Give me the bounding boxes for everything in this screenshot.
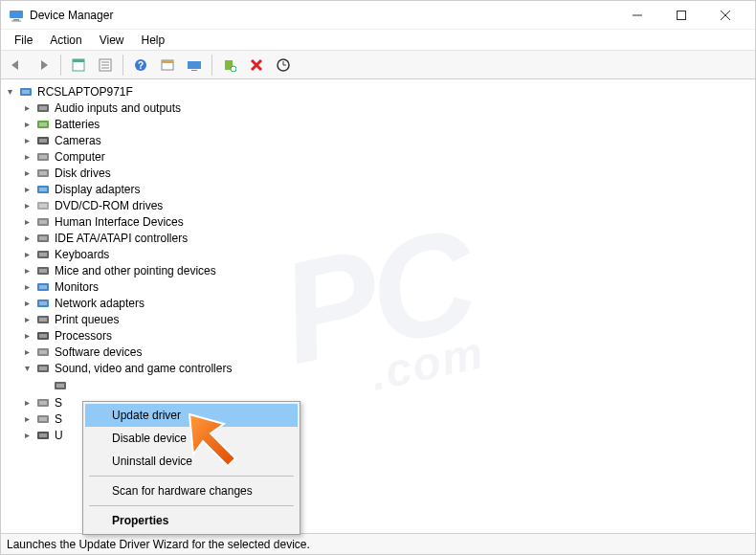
tree-node-label: DVD/CD-ROM drives — [55, 199, 163, 212]
tree-category-6[interactable]: ▸DVD/CD-ROM drives — [3, 197, 753, 213]
svg-rect-17 — [188, 61, 201, 69]
details-pane-icon[interactable] — [94, 54, 117, 77]
tree-node-label: Audio inputs and outputs — [55, 101, 181, 115]
minimize-button[interactable] — [615, 1, 659, 30]
menubar: FileActionViewHelp — [1, 30, 755, 51]
mouse-icon — [35, 263, 51, 278]
tree-node-label: Human Interface Devices — [55, 215, 184, 229]
back-icon[interactable] — [5, 54, 28, 77]
help-icon[interactable]: ? — [129, 54, 152, 77]
menu-help[interactable]: Help — [134, 32, 173, 49]
ide-icon — [35, 231, 51, 246]
chevron-right-icon[interactable]: ▸ — [20, 101, 33, 115]
chevron-right-icon[interactable]: ▸ — [20, 280, 33, 294]
menu-action[interactable]: Action — [42, 32, 89, 49]
cpu-icon — [35, 328, 51, 344]
svg-rect-2 — [11, 20, 21, 21]
forward-icon[interactable] — [32, 54, 55, 77]
maximize-button[interactable] — [659, 1, 703, 30]
chevron-right-icon[interactable]: ▸ — [20, 345, 33, 359]
camera-icon — [35, 133, 51, 148]
action-log-icon[interactable] — [156, 54, 179, 77]
toolbar: ? — [1, 51, 755, 79]
chevron-right-icon[interactable]: ▸ — [20, 313, 33, 326]
chevron-right-icon[interactable]: ▸ — [20, 429, 33, 442]
display-icon — [35, 182, 51, 197]
tree-category-0[interactable]: ▸Audio inputs and outputs — [3, 100, 753, 116]
svg-rect-18 — [191, 70, 197, 71]
tree-category-5[interactable]: ▸Display adapters — [3, 181, 753, 197]
svg-rect-49 — [39, 301, 47, 305]
svg-rect-59 — [56, 384, 64, 388]
menu-file[interactable]: File — [7, 32, 40, 49]
tree-category-8[interactable]: ▸IDE ATA/ATAPI controllers — [3, 230, 753, 246]
storage-icon — [35, 395, 51, 411]
tree-device-selected[interactable] — [3, 376, 753, 394]
titlebar: Device Manager — [1, 1, 755, 30]
tree-category-1[interactable]: ▸Batteries — [3, 116, 753, 132]
svg-rect-63 — [39, 417, 47, 421]
scan-hardware-icon[interactable] — [218, 54, 241, 77]
svg-point-20 — [231, 66, 236, 72]
chevron-right-icon[interactable]: ▸ — [20, 166, 33, 180]
chevron-down-icon[interactable]: ▾ — [3, 85, 16, 99]
chevron-right-icon[interactable]: ▸ — [20, 232, 33, 245]
tree-category-10[interactable]: ▸Mice and other pointing devices — [3, 262, 753, 278]
chevron-right-icon[interactable]: ▸ — [20, 297, 33, 310]
chevron-right-icon[interactable]: ▸ — [20, 118, 33, 131]
tree-category-9[interactable]: ▸Keyboards — [3, 246, 753, 262]
tree-node-label: Network adapters — [55, 297, 145, 310]
remove-device-icon[interactable] — [245, 54, 268, 77]
svg-rect-37 — [39, 204, 47, 208]
chevron-right-icon[interactable]: ▸ — [20, 264, 33, 278]
tree-category-15[interactable]: ▸Software devices — [3, 344, 753, 360]
window-controls — [615, 1, 747, 30]
chevron-right-icon[interactable]: ▸ — [20, 150, 33, 164]
tree-node-label: Display adapters — [55, 183, 140, 196]
tree-category-12[interactable]: ▸Network adapters — [3, 295, 753, 311]
menu-view[interactable]: View — [92, 32, 132, 49]
tree-root[interactable]: ▾RCSLAPTOP971F — [3, 83, 753, 100]
cdrom-icon — [35, 198, 51, 213]
tree-node-label: Mice and other pointing devices — [55, 264, 216, 278]
tree-category-2[interactable]: ▸Cameras — [3, 132, 753, 148]
pointer-arrow-icon — [182, 407, 258, 486]
tree-node-label: Print queues — [55, 313, 119, 326]
chevron-right-icon[interactable]: ▸ — [20, 248, 33, 261]
update-driver-toolbar-icon[interactable] — [272, 54, 295, 77]
chevron-right-icon[interactable]: ▸ — [20, 183, 33, 196]
tree-category-4[interactable]: ▸Disk drives — [3, 165, 753, 181]
svg-rect-61 — [39, 401, 47, 405]
properties-page-icon[interactable] — [67, 54, 90, 77]
tree-category-16[interactable]: ▾Sound, video and game controllers — [3, 360, 753, 376]
chevron-right-icon[interactable]: ▸ — [20, 215, 33, 229]
computer-icon — [18, 84, 33, 100]
tree-node-label: Processors — [55, 329, 112, 343]
tree-node-label: RCSLAPTOP971F — [37, 85, 133, 99]
window-title: Device Manager — [30, 9, 615, 22]
tree-category-13[interactable]: ▸Print queues — [3, 311, 753, 327]
chevron-right-icon[interactable]: ▸ — [20, 199, 33, 212]
svg-rect-35 — [39, 188, 47, 191]
status-text: Launches the Update Driver Wizard for th… — [7, 538, 310, 551]
tree-category-3[interactable]: ▸Computer — [3, 148, 753, 165]
app-icon — [9, 8, 24, 23]
battery-icon — [35, 117, 51, 132]
chevron-right-icon[interactable]: ▸ — [20, 329, 33, 343]
chevron-down-icon[interactable]: ▾ — [20, 362, 33, 375]
svg-text:?: ? — [138, 60, 144, 71]
svg-rect-1 — [13, 19, 19, 21]
chevron-right-icon[interactable]: ▸ — [20, 412, 33, 426]
svg-rect-0 — [10, 11, 23, 18]
chevron-right-icon[interactable]: ▸ — [20, 134, 33, 147]
tree-category-7[interactable]: ▸Human Interface Devices — [3, 213, 753, 230]
show-hidden-icon[interactable] — [183, 54, 206, 77]
tree-category-11[interactable]: ▸Monitors — [3, 278, 753, 295]
context-menu-item-properties[interactable]: Properties — [85, 509, 298, 532]
monitor-icon — [35, 279, 51, 295]
close-button[interactable] — [703, 1, 747, 30]
chevron-right-icon[interactable]: ▸ — [20, 396, 33, 410]
statusbar: Launches the Update Driver Wizard for th… — [1, 533, 755, 554]
tree-node-label: Cameras — [55, 134, 101, 147]
tree-category-14[interactable]: ▸Processors — [3, 327, 753, 344]
